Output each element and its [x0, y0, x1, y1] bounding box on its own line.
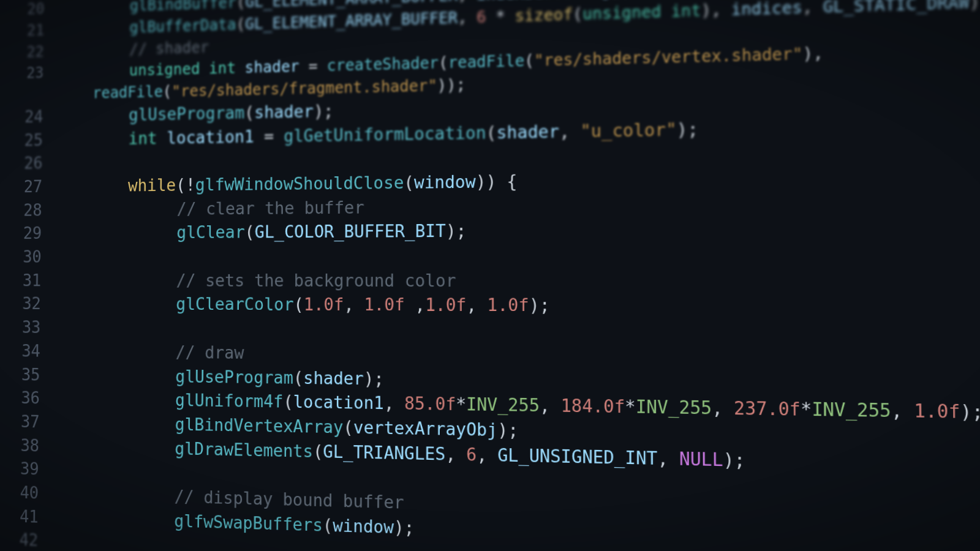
comment: // display bound buffer [175, 487, 404, 512]
editor-viewport: 20glBindBuffer(GL_ELEMENT_ARRAY_BUFFER, … [0, 0, 980, 551]
line-number: 35 [0, 363, 53, 388]
comment: // draw [176, 343, 244, 362]
comment: // clear the buffer [177, 198, 364, 219]
line-number: 28 [1, 199, 56, 223]
comment: // shader [129, 38, 209, 58]
line-number: 26 [1, 152, 56, 176]
line-number: 34 [0, 339, 54, 363]
line-number: 23 [2, 62, 57, 84]
line-number: 38 [0, 433, 53, 459]
code-line[interactable]: 31// sets the background color [0, 268, 980, 294]
line-number: 32 [0, 293, 55, 317]
line-number: 29 [0, 222, 55, 246]
line-number: 42 [0, 528, 51, 551]
line-number: 39 [0, 457, 52, 482]
line-number: 40 [0, 481, 52, 506]
line-number: 24 [2, 105, 57, 130]
line-number: 31 [0, 269, 55, 293]
line-number: 33 [0, 316, 54, 340]
line-number: 36 [0, 386, 53, 411]
line-number: 30 [0, 246, 55, 269]
line-number: 41 [0, 504, 52, 530]
line-number: 25 [1, 129, 56, 153]
line-number: 22 [2, 40, 57, 63]
line-number: 20 [3, 0, 58, 21]
line-number: 21 [2, 19, 57, 42]
comment: // sets the background color [176, 271, 456, 290]
line-number: 37 [0, 410, 53, 434]
line-number: 27 [1, 175, 56, 199]
code-line[interactable]: 30 [0, 242, 980, 269]
